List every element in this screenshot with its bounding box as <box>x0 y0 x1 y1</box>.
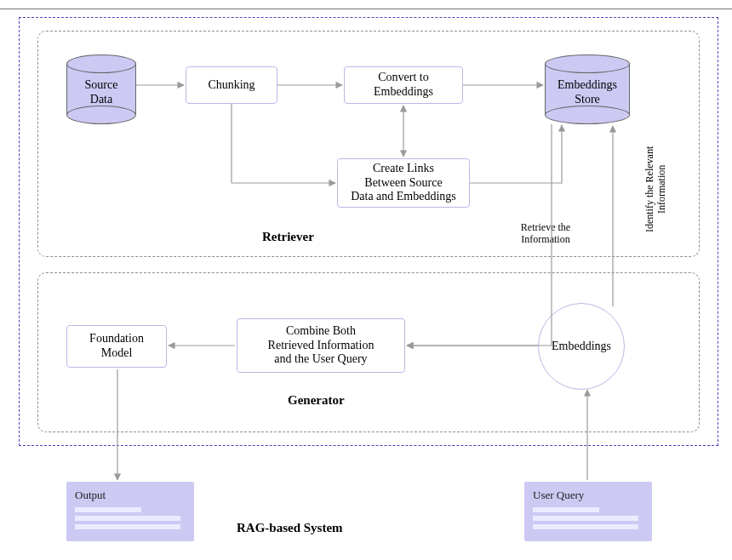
identify-info-label: Identify the Relevant Information <box>643 121 668 257</box>
retriever-title: Retriever <box>262 230 314 244</box>
user-query-card-title: User Query <box>533 489 643 502</box>
diagram-canvas: Retriever Generator RAG-based System Sou… <box>0 0 732 560</box>
combine-label: Combine Both Retrieved Information and t… <box>268 324 375 367</box>
embeddings-store-label: Embeddings Store <box>545 78 630 107</box>
card-line <box>533 524 638 529</box>
system-title: RAG-based System <box>237 521 343 535</box>
embeddings-store-cylinder: Embeddings Store <box>545 54 630 123</box>
chunking-box: Chunking <box>186 66 277 104</box>
create-links-box: Create Links Between Source Data and Emb… <box>337 158 470 208</box>
embeddings-label: Embeddings <box>552 340 611 353</box>
combine-box: Combine Both Retrieved Information and t… <box>237 318 405 373</box>
card-line <box>75 516 180 521</box>
card-line <box>75 524 180 529</box>
card-line <box>533 516 638 521</box>
convert-embeddings-box: Convert to Embeddings <box>344 66 463 104</box>
source-data-label: Source Data <box>66 78 136 107</box>
top-divider <box>0 9 732 9</box>
card-line <box>75 507 141 512</box>
foundation-model-label: Foundation Model <box>89 332 144 361</box>
chunking-label: Chunking <box>208 78 254 93</box>
source-data-cylinder: Source Data <box>66 54 136 123</box>
embeddings-circle: Embeddings <box>538 303 625 390</box>
foundation-model-box: Foundation Model <box>66 325 167 368</box>
create-links-label: Create Links Between Source Data and Emb… <box>351 162 456 204</box>
generator-title: Generator <box>288 393 345 408</box>
output-card: Output <box>66 482 194 541</box>
card-line <box>533 507 599 512</box>
output-card-title: Output <box>75 489 186 502</box>
convert-embeddings-label: Convert to Embeddings <box>374 71 433 100</box>
user-query-card: User Query <box>524 482 652 541</box>
retrieve-info-label: Retrieve the Information <box>499 221 592 246</box>
